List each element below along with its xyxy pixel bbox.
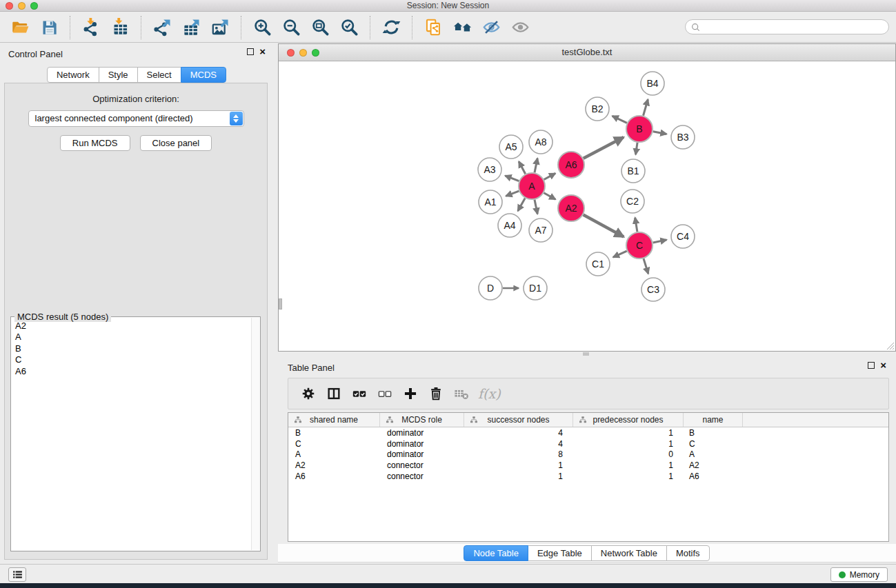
result-item[interactable]: A <box>15 332 260 343</box>
column-header-name[interactable]: name <box>684 413 743 427</box>
network-minimize-button[interactable] <box>299 49 307 57</box>
graph-edge-B-B3[interactable] <box>653 132 667 134</box>
column-header-shared-name[interactable]: shared name <box>288 413 380 427</box>
tab-node-table[interactable]: Node Table <box>464 545 528 561</box>
graph-edge-A-A2[interactable] <box>544 193 555 199</box>
graph-edge-A6-B[interactable] <box>584 137 624 159</box>
column-header-predecessor-nodes[interactable]: predecessor nodes <box>573 413 684 427</box>
table-row[interactable]: A2connector11A2 <box>288 460 888 471</box>
minimize-window-button[interactable] <box>18 2 26 10</box>
zoom-fit-button[interactable] <box>306 14 335 41</box>
graph-edge-B-B4[interactable] <box>644 99 648 116</box>
graph-edge-A2-C[interactable] <box>584 215 624 237</box>
graph-edge-A-A3[interactable] <box>505 176 519 181</box>
zoom-in-button[interactable] <box>248 14 277 41</box>
zoom-out-button[interactable] <box>277 14 306 41</box>
zoom-window-button[interactable] <box>30 2 38 10</box>
result-item[interactable]: A2 <box>15 321 260 332</box>
save-button[interactable] <box>34 14 63 41</box>
table-cell[interactable]: C <box>684 439 743 449</box>
delete-table-button[interactable] <box>448 381 474 407</box>
close-table-panel-icon[interactable]: × <box>880 362 886 369</box>
result-item[interactable]: B <box>15 343 260 354</box>
table-row[interactable]: Cdominator41C <box>288 438 888 449</box>
network-vertical-scrollbar[interactable] <box>279 298 282 310</box>
table-cell[interactable]: A <box>288 449 380 459</box>
graph-edge-A-A1[interactable] <box>506 191 519 196</box>
graph-edge-B-B1[interactable] <box>636 143 638 154</box>
table-cell[interactable]: B <box>684 428 743 438</box>
resize-grip-icon[interactable] <box>886 341 895 350</box>
close-panel-icon[interactable]: × <box>259 48 266 55</box>
import-network-button[interactable] <box>77 14 106 41</box>
zoom-selected-button[interactable] <box>335 14 364 41</box>
import-table-button[interactable] <box>106 14 135 41</box>
deselect-all-button[interactable] <box>372 381 397 407</box>
result-item[interactable]: A6 <box>15 366 260 377</box>
refresh-button[interactable] <box>377 14 406 41</box>
export-table-button[interactable] <box>177 14 206 41</box>
split-columns-button[interactable] <box>321 381 346 407</box>
add-column-button[interactable] <box>397 381 423 407</box>
graph-edge-A-A6[interactable] <box>544 173 556 179</box>
run-mcds-button[interactable]: Run MCDS <box>60 135 130 151</box>
table-cell[interactable]: 4 <box>464 439 573 449</box>
network-graph[interactable]: B4B2BB3A8A5A6A3B1AA1C2A2A4A7C4CC1C3DD1 <box>279 61 895 351</box>
table-cell[interactable]: 1 <box>573 439 684 449</box>
result-scrollbar[interactable] <box>251 318 260 550</box>
table-cell[interactable]: 0 <box>573 449 684 459</box>
graph-edge-A-A7[interactable] <box>535 200 537 214</box>
table-cell[interactable]: dominator <box>380 439 464 449</box>
network-canvas[interactable]: B4B2BB3A8A5A6A3B1AA1C2A2A4A7C4CC1C3DD1 <box>279 61 895 351</box>
graph-edge-C-C4[interactable] <box>653 240 667 243</box>
tab-edge-table[interactable]: Edge Table <box>528 545 592 561</box>
new-network-from-selection-button[interactable] <box>419 14 448 41</box>
float-table-panel-icon[interactable] <box>868 362 875 369</box>
graph-edge-C-C2[interactable] <box>635 218 637 232</box>
gear-button[interactable] <box>295 381 321 407</box>
table-cell[interactable]: dominator <box>380 428 464 438</box>
table-cell[interactable]: A6 <box>288 472 380 481</box>
delete-column-button[interactable] <box>423 381 448 407</box>
show-all-button[interactable] <box>506 14 535 41</box>
float-panel-icon[interactable] <box>247 48 254 55</box>
graph-edge-A-A4[interactable] <box>518 198 525 211</box>
table-cell[interactable]: B <box>288 428 380 438</box>
table-cell[interactable]: A2 <box>288 460 380 470</box>
table-cell[interactable]: 4 <box>464 428 573 438</box>
network-close-button[interactable] <box>287 49 295 57</box>
export-image-button[interactable] <box>206 14 235 41</box>
tab-select[interactable]: Select <box>137 67 181 83</box>
hide-selected-button[interactable] <box>477 14 506 41</box>
first-neighbors-button[interactable] <box>448 14 477 41</box>
graph-edge-C-C1[interactable] <box>613 251 627 257</box>
table-cell[interactable]: A <box>684 449 743 459</box>
table-cell[interactable]: 1 <box>573 428 684 438</box>
result-item[interactable]: C <box>15 354 260 365</box>
select-all-button[interactable] <box>346 381 372 407</box>
table-cell[interactable]: A6 <box>684 472 743 481</box>
column-header-successor-nodes[interactable]: successor nodes <box>464 413 573 427</box>
table-row[interactable]: Adominator80A <box>288 449 888 460</box>
table-cell[interactable]: connector <box>380 460 464 470</box>
table-cell[interactable]: 1 <box>464 472 573 481</box>
open-folder-button[interactable] <box>6 14 34 41</box>
tab-network-table[interactable]: Network Table <box>591 545 667 561</box>
network-zoom-button[interactable] <box>312 49 319 57</box>
close-panel-button[interactable]: Close panel <box>140 135 212 151</box>
table-cell[interactable]: 1 <box>573 472 684 481</box>
table-cell[interactable]: 8 <box>464 449 573 459</box>
network-horizontal-scrollbar[interactable] <box>583 352 589 356</box>
tab-mcds[interactable]: MCDS <box>181 67 226 83</box>
table-cell[interactable]: A2 <box>684 460 743 470</box>
function-builder-button[interactable]: f(x) <box>478 386 501 401</box>
tab-style[interactable]: Style <box>99 67 138 83</box>
export-network-button[interactable] <box>148 14 177 41</box>
table-row[interactable]: A6connector11A6 <box>288 471 888 482</box>
task-history-button[interactable] <box>8 567 26 582</box>
table-cell[interactable]: dominator <box>380 449 464 459</box>
graph-edge-A-A8[interactable] <box>535 159 537 173</box>
tab-network[interactable]: Network <box>47 67 99 83</box>
graph-edge-C-C3[interactable] <box>644 258 648 274</box>
table-row[interactable]: Bdominator41B <box>288 427 888 438</box>
